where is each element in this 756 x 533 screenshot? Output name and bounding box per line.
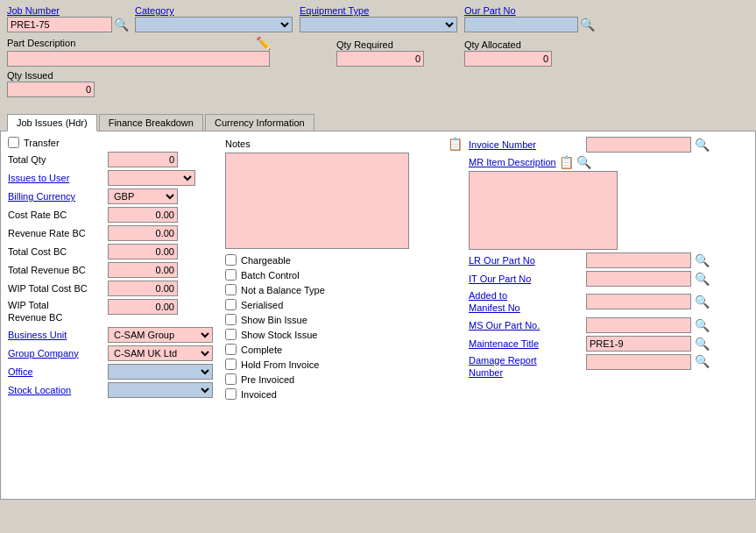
it-our-part-no-input[interactable] <box>586 271 691 287</box>
total-qty-input[interactable] <box>108 152 178 167</box>
mr-item-description-label[interactable]: MR Item Description <box>469 157 556 167</box>
job-number-input[interactable] <box>7 17 112 32</box>
invoice-number-input[interactable] <box>586 137 691 153</box>
office-select[interactable] <box>108 364 213 380</box>
maintenance-title-icon[interactable]: 🔍 <box>695 337 709 351</box>
office-label[interactable]: Office <box>8 366 104 377</box>
wip-total-revenue-bc-input[interactable] <box>108 299 178 315</box>
damage-report-number-input[interactable] <box>586 354 691 370</box>
qty-issued-label: Qty Issued <box>7 70 95 81</box>
equipment-type-label[interactable]: Equipment Type <box>300 5 457 16</box>
lr-our-part-no-input[interactable] <box>586 252 691 268</box>
group-company-select[interactable]: C-SAM UK Ltd <box>108 345 213 361</box>
qty-required-label: Qty Required <box>336 39 424 50</box>
batch-control-checkbox[interactable] <box>225 269 237 281</box>
serialised-label: Serialised <box>241 300 283 310</box>
complete-checkbox[interactable] <box>225 344 237 355</box>
job-number-label[interactable]: Job Number <box>7 5 128 16</box>
invoiced-label: Invoiced <box>241 389 277 400</box>
tab-currency-information[interactable]: Currency Information <box>205 114 314 131</box>
tab-bar: Job Issues (Hdr) Finance Breakdown Curre… <box>0 110 756 131</box>
qty-required-input[interactable] <box>336 51 424 67</box>
it-our-part-no-label[interactable]: IT Our Part No <box>469 274 583 284</box>
chargeable-label: Chargeable <box>241 255 291 266</box>
job-number-icon[interactable]: 🔍 <box>114 18 128 32</box>
tab-job-issues[interactable]: Job Issues (Hdr) <box>7 114 97 131</box>
part-description-label: Part Description <box>7 38 75 48</box>
total-cost-bc-input[interactable] <box>108 244 178 259</box>
transfer-label: Transfer <box>24 138 60 148</box>
show-stock-issue-checkbox[interactable] <box>225 329 237 340</box>
business-unit-select[interactable]: C-SAM Group <box>108 327 213 343</box>
notes-icon[interactable]: 📋 <box>448 137 462 151</box>
equipment-type-select[interactable] <box>300 17 457 32</box>
part-description-edit-icon[interactable]: ✏️ <box>256 36 270 50</box>
total-cost-bc-label: Total Cost BC <box>8 246 104 257</box>
stock-location-select[interactable] <box>108 382 213 398</box>
cost-rate-bc-label: Cost Rate BC <box>8 210 104 220</box>
not-balance-type-checkbox[interactable] <box>225 284 237 295</box>
wip-total-cost-bc-label: WIP Total Cost BC <box>8 283 104 294</box>
issues-to-user-select[interactable] <box>108 170 195 186</box>
group-company-label[interactable]: Group Company <box>8 348 104 359</box>
hold-from-invoice-label: Hold From Invoice <box>241 359 319 370</box>
issues-to-user-label[interactable]: Issues to User <box>8 173 104 183</box>
mr-item-description-textarea[interactable] <box>469 171 618 250</box>
added-to-manifest-icon[interactable]: 🔍 <box>695 295 709 309</box>
qty-allocated-input[interactable] <box>464 51 552 67</box>
revenue-rate-bc-input[interactable] <box>108 225 178 241</box>
stock-location-label[interactable]: Stock Location <box>8 385 104 395</box>
pre-invoiced-label: Pre Invoiced <box>241 374 294 385</box>
added-to-manifest-input[interactable] <box>586 294 691 309</box>
show-stock-issue-label: Show Stock Issue <box>241 330 317 340</box>
category-select[interactable] <box>135 17 293 32</box>
our-part-no-icon[interactable]: 🔍 <box>580 18 594 32</box>
batch-control-label: Batch Control <box>241 270 300 281</box>
our-part-no-input[interactable] <box>464 17 578 32</box>
serialised-checkbox[interactable] <box>225 299 237 310</box>
part-description-input[interactable] <box>7 51 270 67</box>
invoiced-checkbox[interactable] <box>225 388 237 400</box>
qty-allocated-label: Qty Allocated <box>464 39 552 50</box>
total-revenue-bc-input[interactable] <box>108 262 178 278</box>
our-part-no-label[interactable]: Our Part No <box>464 5 594 16</box>
not-balance-type-label: Not a Balance Type <box>241 285 325 295</box>
chargeable-checkbox[interactable] <box>225 254 237 266</box>
tab-finance-breakdown[interactable]: Finance Breakdown <box>99 114 203 131</box>
complete-label: Complete <box>241 345 282 355</box>
total-qty-label: Total Qty <box>8 154 104 165</box>
pre-invoiced-checkbox[interactable] <box>225 373 237 385</box>
maintenance-title-label[interactable]: Maintenace Title <box>469 338 583 349</box>
cost-rate-bc-input[interactable] <box>108 207 178 223</box>
ms-our-part-no-label[interactable]: MS Our Part No. <box>469 320 583 330</box>
mr-item-search-icon[interactable]: 🔍 <box>577 155 591 169</box>
damage-report-number-icon[interactable]: 🔍 <box>695 354 709 368</box>
notes-textarea[interactable] <box>225 153 409 249</box>
qty-issued-input[interactable] <box>7 82 95 97</box>
category-label[interactable]: Category <box>135 5 293 16</box>
billing-currency-label[interactable]: Billing Currency <box>8 191 104 202</box>
ms-our-part-no-input[interactable] <box>586 317 691 333</box>
maintenance-title-input[interactable] <box>586 336 691 352</box>
lr-our-part-no-icon[interactable]: 🔍 <box>695 253 709 267</box>
billing-currency-select[interactable]: GBP <box>108 188 178 204</box>
notes-label: Notes <box>225 139 251 149</box>
business-unit-label[interactable]: Business Unit <box>8 330 104 340</box>
hold-from-invoice-checkbox[interactable] <box>225 359 237 370</box>
transfer-checkbox[interactable] <box>8 137 19 148</box>
show-bin-issue-label: Show Bin Issue <box>241 315 307 325</box>
invoice-number-label[interactable]: Invoice Number <box>469 139 583 150</box>
invoice-number-icon[interactable]: 🔍 <box>695 138 709 152</box>
wip-total-cost-bc-input[interactable] <box>108 281 178 296</box>
damage-report-number-label[interactable]: Damage ReportNumber <box>469 354 583 380</box>
total-revenue-bc-label: Total Revenue BC <box>8 265 104 275</box>
revenue-rate-bc-label: Revenue Rate BC <box>8 228 104 238</box>
added-to-manifest-label[interactable]: Added toManifest No <box>469 289 583 315</box>
wip-total-revenue-bc-label: WIP TotalRevenue BC <box>8 299 104 324</box>
mr-item-edit-icon[interactable]: 📋 <box>560 155 574 169</box>
ms-our-part-no-icon[interactable]: 🔍 <box>695 318 709 332</box>
show-bin-issue-checkbox[interactable] <box>225 314 237 325</box>
it-our-part-no-icon[interactable]: 🔍 <box>695 272 709 286</box>
lr-our-part-no-label[interactable]: LR Our Part No <box>469 255 583 266</box>
